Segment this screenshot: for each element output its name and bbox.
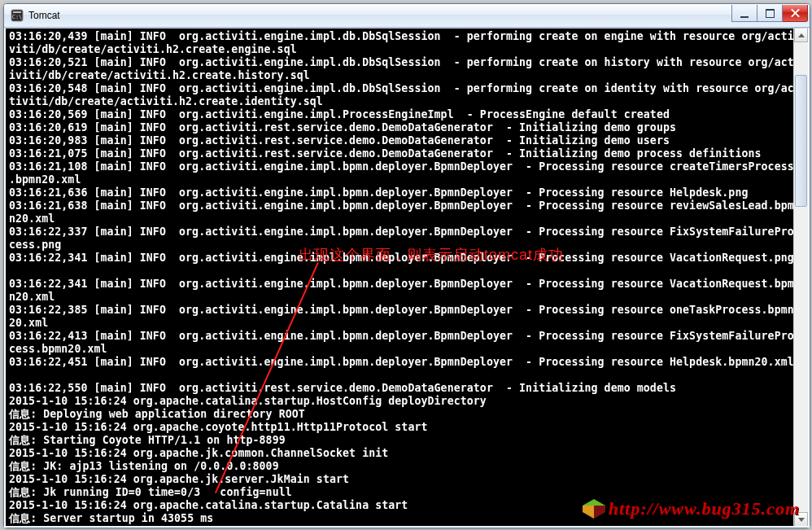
svg-text:C:\: C:\ — [12, 14, 23, 20]
minimize-button[interactable] — [731, 5, 757, 22]
window: C:\ Tomcat 03:16:20,439 [main] INFO org.… — [3, 3, 810, 528]
maximize-button[interactable] — [757, 5, 783, 22]
window-title: Tomcat — [28, 10, 731, 21]
titlebar[interactable]: C:\ Tomcat — [4, 4, 810, 28]
window-controls — [731, 5, 808, 21]
scroll-down-button[interactable] — [794, 512, 808, 526]
scroll-up-button[interactable] — [794, 28, 808, 42]
scroll-thumb[interactable] — [795, 75, 807, 207]
svg-rect-1 — [13, 11, 21, 13]
console-area: 03:16:20,439 [main] INFO org.activiti.en… — [4, 28, 810, 528]
app-icon: C:\ — [11, 9, 24, 22]
console-output[interactable]: 03:16:20,439 [main] INFO org.activiti.en… — [6, 28, 794, 526]
vertical-scrollbar[interactable] — [793, 28, 808, 526]
scroll-track[interactable] — [794, 42, 808, 512]
close-button[interactable] — [783, 5, 808, 22]
